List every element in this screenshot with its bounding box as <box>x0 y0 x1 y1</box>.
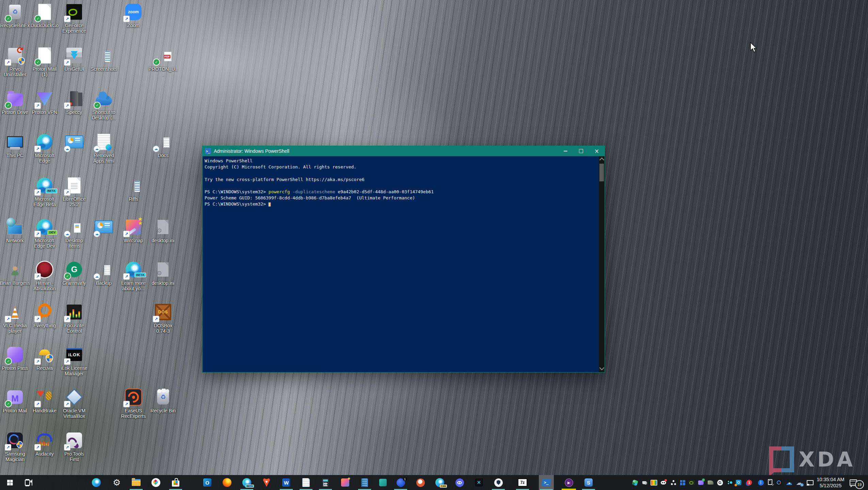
desktop-icon-oracle-vm-virtualbox[interactable]: ↗Oracle VM VirtualBox <box>59 388 89 419</box>
desktop-icon-riffs[interactable]: Riffs <box>118 176 148 202</box>
taskbar-discord[interactable] <box>452 475 467 490</box>
desktop-icon-geforce-experience[interactable]: ↗GeForce Experience <box>59 3 89 34</box>
desktop-icon-vlc-media-player[interactable]: ↗VLC media player <box>0 303 30 334</box>
taskbar-microsoft-store[interactable] <box>168 475 183 490</box>
taskbar-slack[interactable] <box>148 475 163 490</box>
taskbar-system-info[interactable] <box>357 475 372 490</box>
desktop-icon-pro-tools-first[interactable]: ↗Pro Tools First <box>59 431 89 462</box>
taskbar-brave[interactable] <box>259 475 274 490</box>
desktop-icon-microsoft-edge[interactable]: ↗Microsoft Edge <box>30 133 60 164</box>
desktop-icon-proton-u[interactable]: ✓PROTON_U... <box>148 46 178 77</box>
tray-grammarly-tray[interactable] <box>715 475 725 490</box>
taskbar-notepad[interactable] <box>299 475 314 490</box>
taskbar-shield-app[interactable] <box>491 475 506 490</box>
desktop-icon-network[interactable]: Network <box>0 218 30 243</box>
tray-discord-tray[interactable] <box>659 475 668 490</box>
taskbar-edge-canary[interactable]: CAN <box>432 475 447 490</box>
desktop-icon-microsoft-edge-beta[interactable]: ↗BETAMicrosoft Edge Beta <box>30 176 60 207</box>
desktop-icon-desktop-items[interactable]: ☁Desktop Items <box>59 218 89 249</box>
desktop-icon-revo-uninstaller[interactable]: ↗Revo Uninstaller <box>0 46 30 77</box>
tray-mail-notification[interactable] <box>744 475 754 490</box>
desktop-icon-screenshots[interactable]: Screenshots <box>89 46 119 72</box>
tray-dots-utility[interactable] <box>669 475 678 490</box>
taskbar-7-zip[interactable] <box>515 475 530 490</box>
tray-teal-utility[interactable] <box>725 475 735 490</box>
taskbar-word[interactable] <box>279 475 294 490</box>
desktop-icon-desktop-ini[interactable]: desktop.ini <box>148 260 178 286</box>
desktop-icon-winsnap[interactable]: ↗WinSnap <box>118 218 148 243</box>
taskbar-outlook[interactable] <box>200 475 215 490</box>
terminal-output[interactable]: Windows PowerShellCopyright (C) Microsof… <box>203 156 599 372</box>
tray-proton-mail-tray[interactable] <box>696 475 706 490</box>
taskbar-powershell[interactable] <box>539 475 554 490</box>
desktop-icon-proton-mail-1[interactable]: ✓Proton Mail (1) <box>30 46 60 77</box>
start-button[interactable] <box>2 475 18 490</box>
desktop-icon-desktop-ini[interactable]: desktop.ini <box>148 218 178 243</box>
desktop-icon-everything[interactable]: ↗Everything <box>30 303 60 328</box>
taskbar-calculator[interactable] <box>318 475 333 490</box>
action-center-button[interactable]: 19 <box>850 475 867 490</box>
taskbar-pinned-tool[interactable] <box>21 475 36 490</box>
desktop-icon-proton-mail[interactable]: ✓Proton Mail <box>0 388 30 413</box>
taskbar-duckduckgo[interactable] <box>413 475 428 490</box>
tray-pinwheel-utility[interactable] <box>630 475 640 490</box>
desktop-icon-easeus-recexperts[interactable]: ↗EaseUS RecExperts <box>118 388 148 419</box>
desktop-icon-focusrite-control[interactable]: ↗Focusrite Control <box>59 303 89 334</box>
desktop-icon-shortcut-to-desktop[interactable]: ✓Shortcut to Desktop (... <box>89 89 119 120</box>
desktop-icon-proton-pass[interactable]: ✓Proton Pass <box>0 345 30 371</box>
taskbar-winsnap[interactable] <box>338 475 353 490</box>
desktop-icon-libreoffice-25-2[interactable]: ↗LibreOffice 25.2 <box>59 176 89 207</box>
tray-powertoys[interactable] <box>649 475 659 490</box>
taskbar-snagit[interactable] <box>581 475 596 490</box>
desktop-icon-recuva[interactable]: ↗Recuva <box>30 345 60 371</box>
desktop-icon-this-pc[interactable]: This PC <box>0 133 30 158</box>
taskbar-media-player[interactable] <box>561 475 576 490</box>
tray-windows-app[interactable] <box>678 475 687 490</box>
tray-outlook-tray[interactable] <box>734 475 743 490</box>
desktop-icon-zoom[interactable]: ↗Zoom <box>118 3 148 28</box>
desktop-icon-speccy[interactable]: ↗Speccy <box>59 89 89 115</box>
desktop-icon-audacity[interactable]: ↗Audacity <box>30 431 60 457</box>
tray-nvidia-settings[interactable] <box>687 475 696 490</box>
desktop-icon-duckduckgo[interactable]: ✓DuckDuckGo <box>30 3 60 28</box>
scroll-up-icon[interactable] <box>599 158 604 162</box>
maximize-button[interactable] <box>573 146 589 156</box>
desktop-icon-unigetui[interactable]: ↗UniGetUI <box>59 46 89 72</box>
tray-cloud-sync[interactable] <box>794 475 804 490</box>
minimize-button[interactable] <box>558 146 573 156</box>
tray-safely-remove-hardware[interactable] <box>765 475 775 490</box>
taskbar-messaging-app[interactable]: 1 <box>393 475 408 490</box>
desktop-icon-hitman-absolution[interactable]: ↗Hitman - Absolution <box>30 260 60 291</box>
taskbar-clock[interactable]: 10:35:04 AM 5/12/2025 <box>814 475 847 490</box>
desktop-icon-recycle-bin[interactable]: Recycle Bin <box>148 388 178 413</box>
taskbar-microsoft-edge[interactable] <box>89 475 104 490</box>
scroll-down-icon[interactable] <box>599 365 604 370</box>
tray-caffeine[interactable] <box>639 475 649 490</box>
tray-network-status[interactable] <box>805 475 815 490</box>
tray-bluetooth[interactable] <box>756 475 766 490</box>
taskbar-file-explorer[interactable] <box>129 475 144 490</box>
desktop-icon-samsung-magician[interactable]: ↗Samsung Magician <box>0 431 30 462</box>
close-button[interactable]: × <box>589 146 605 156</box>
desktop-icon-backup[interactable]: ☁Backup <box>89 260 119 286</box>
desktop-icon-learn-more-about-yo[interactable]: ↗BETALearn more about yo... <box>118 260 148 291</box>
desktop-icon-recyclebinex[interactable]: ✓RecycleBinEx <box>0 3 30 28</box>
tray-samsung-magician-tray[interactable] <box>774 475 784 490</box>
taskbar-dark-cyan-app[interactable] <box>471 475 486 490</box>
desktop-icon-proton-vpn[interactable]: ↗Proton VPN <box>30 89 60 115</box>
desktop-icon-microsoft-edge-dev[interactable]: ↗DEVMicrosoft Edge Dev <box>30 218 60 249</box>
scrollbar-thumb[interactable] <box>599 164 604 181</box>
tray-onedrive[interactable] <box>784 475 794 490</box>
taskbar-teal-app[interactable] <box>375 475 390 490</box>
desktop-icon-panel[interactable]: ☁ <box>89 218 119 238</box>
powershell-title-bar[interactable]: >_ Administrator: Windows PowerShell × <box>203 146 605 156</box>
taskbar-settings[interactable] <box>109 475 124 490</box>
desktop-icon-handbrake[interactable]: ↗HandBrake <box>30 388 60 413</box>
desktop-icon-brian-burgess[interactable]: Brian Burgess <box>0 260 30 286</box>
desktop-icon-proton-drive[interactable]: ✓Proton Drive <box>0 89 30 115</box>
tray-afterburner[interactable] <box>706 475 715 490</box>
desktop-icon-dosbox-0-74-3[interactable]: ↗DOSBox 0.74-3 <box>148 303 178 334</box>
taskbar-firefox[interactable] <box>220 475 235 490</box>
taskbar-edge-beta[interactable]: BETA <box>239 475 254 490</box>
scrollbar[interactable] <box>599 156 605 372</box>
